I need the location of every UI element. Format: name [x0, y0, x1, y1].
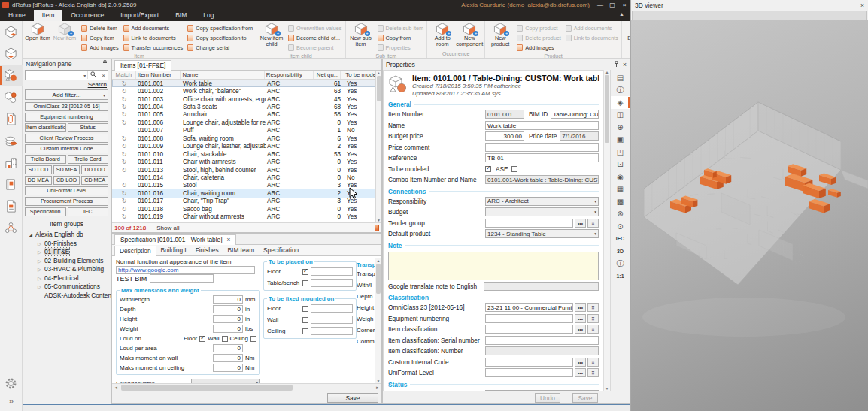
new-sub-item-button[interactable]: +New sub item	[348, 22, 375, 47]
add-documents-button[interactable]: Add documents	[122, 23, 185, 33]
minimize-button[interactable]: —	[594, 0, 606, 10]
omniclass-browse-button[interactable]: •••	[575, 303, 586, 312]
props-tab-ifc-icon[interactable]: IFC	[611, 233, 630, 246]
change-serial-button[interactable]: Change serial	[186, 43, 254, 53]
properties-pin-icon[interactable]	[614, 61, 619, 69]
spec-subtab-description[interactable]: Description	[114, 246, 156, 256]
sidebar-templates-icon[interactable]	[0, 195, 23, 217]
tree-item-adsk-autodesk-content[interactable]: ADSK-Autodesk Content	[29, 292, 111, 301]
item-row-0101.004[interactable]: ↻0101.004Sofa 3 seatsARC68Yes	[112, 103, 375, 110]
filter-ifc[interactable]: IFC	[68, 207, 109, 216]
item-row-0101.005[interactable]: ↻0101.005ArmchairARC58Yes	[112, 111, 375, 119]
custom-code-grid-button[interactable]: ⠿	[587, 358, 599, 367]
menu-tab-import-export[interactable]: Import/Export	[112, 10, 167, 21]
props-tab-views-icon[interactable]: ▤	[611, 71, 630, 84]
filter-trello-card[interactable]: Trello Card	[68, 155, 109, 164]
column-header-responsibility[interactable]: Responsibility	[265, 71, 314, 79]
maks-moment-on-wall-input[interactable]: 0	[213, 354, 243, 362]
note-textarea[interactable]	[388, 252, 599, 280]
sidebar-components-icon[interactable]	[0, 86, 23, 108]
props-tab-images-icon[interactable]: ▦	[611, 183, 630, 196]
tree-item-00-finishes[interactable]: ▷00-Finishes	[29, 240, 111, 249]
depth-input[interactable]: 0	[213, 305, 243, 313]
height-input[interactable]: 0	[213, 315, 243, 323]
table-bench-checkbox[interactable]	[302, 280, 308, 286]
column-header-name[interactable]: Name	[181, 71, 264, 79]
equipment-browse-button[interactable]: •••	[575, 314, 586, 323]
tree-item-04-electrical[interactable]: ▷04-Electrical	[29, 274, 111, 283]
items-table-header[interactable]: MatchItem NumberNameResponsibilityNet qu…	[112, 71, 375, 80]
filter-specification[interactable]: Specification	[25, 207, 66, 216]
add-filter-dropdown[interactable]: Add filter...▾	[25, 89, 108, 100]
item-row-0101.007[interactable]: 0101.007PuffARC1No	[112, 127, 375, 134]
properties-close-icon[interactable]: ×	[623, 61, 627, 68]
props-tab-item-icon[interactable]: ◈	[611, 96, 630, 109]
filter-dd-lod[interactable]: DD LOD	[81, 165, 108, 174]
filter-sd-lod[interactable]: SD LOD	[25, 165, 52, 174]
sidebar-finance-icon[interactable]	[0, 130, 23, 152]
sidebar-systems-icon[interactable]	[0, 217, 23, 239]
item-row-0101.003[interactable]: ↻0101.003Office chair with armrests, erg…	[112, 95, 375, 103]
become-child-of-button[interactable]: Become child of...	[287, 33, 343, 43]
ceiling-checkbox[interactable]	[302, 328, 308, 334]
filter-omniclass-23-2012-05-16[interactable]: OmniClass 23 [2012-05-16]	[25, 102, 108, 111]
filter-equipment-numbering[interactable]: Equipment numbering	[25, 113, 108, 122]
item-row-0101.014[interactable]: 0101.014Chair, cafeteriaARC0No	[112, 174, 375, 181]
uniformat-grid-button[interactable]: ⠿	[587, 368, 599, 377]
spec-subtab-bim-team[interactable]: BIM team	[223, 246, 259, 255]
new-component-button[interactable]: +New component	[456, 22, 483, 47]
close-specification-tab-icon[interactable]: ×	[226, 236, 230, 243]
tender-group-field[interactable]	[485, 219, 573, 228]
properties-save-button[interactable]: Save	[572, 393, 598, 403]
settings-gear-icon[interactable]	[0, 373, 23, 394]
tree-item-05-communications[interactable]: ▷05-Communications	[29, 283, 111, 292]
item-row-0101.017[interactable]: ↻0101.017Chair, "Trip Trap"ARC3Yes	[112, 198, 375, 205]
serial-number-field[interactable]	[485, 336, 599, 345]
spec-subtab-building-i[interactable]: Building I	[156, 246, 191, 255]
price-comment-field[interactable]	[485, 143, 599, 152]
to-be-modeled-checkbox[interactable]	[485, 166, 491, 172]
column-header-net-qu[interactable]: Net qu...	[314, 71, 341, 79]
3d-viewer-close-icon[interactable]: ×	[860, 2, 864, 9]
ase-checkbox[interactable]	[511, 166, 517, 172]
copy-item-button[interactable]: Copy item	[80, 33, 120, 43]
clear-search-icon[interactable]: ×	[99, 72, 108, 79]
floor-checkbox[interactable]	[302, 269, 308, 275]
add-images-button[interactable]: Add images	[80, 43, 120, 53]
collapse-ribbon-icon[interactable]: ▲	[613, 10, 630, 21]
item-row-0101.002[interactable]: ↻0101.002Work chair, "balance"ARC63Yes	[112, 87, 375, 95]
menu-tab-occurrence[interactable]: Occurrence	[62, 10, 112, 21]
menu-tab-item[interactable]: Item	[34, 10, 63, 21]
close-button[interactable]: ×	[618, 0, 630, 10]
tender-group-browse-button[interactable]: •••	[575, 219, 586, 228]
add-images-button[interactable]: Add images	[515, 43, 562, 53]
sidebar-buildings-icon[interactable]	[0, 152, 23, 174]
equipment-grid-button[interactable]: ⠿	[587, 314, 599, 323]
equipment-numbering-field[interactable]	[485, 314, 573, 323]
reference-field[interactable]: TB-01	[485, 153, 599, 162]
item-row-0101.015[interactable]: ↻0101.015StoolARC3Yes	[112, 182, 375, 189]
props-tab-move-icon[interactable]: ⊕	[611, 121, 630, 134]
3d-model-canvas[interactable]	[631, 20, 868, 411]
filter-custom-internal-code[interactable]: Custom Internal Code	[25, 144, 108, 153]
filter-active-icon[interactable]	[375, 225, 379, 231]
new-item-child-button[interactable]: +New item child	[258, 22, 285, 47]
item-row-0101.010[interactable]: ↻0101.010Chair, stackableARC53Yes	[112, 150, 375, 158]
tree-item-01-ff-e[interactable]: ▷01-FF&E	[29, 248, 111, 257]
filter-item-classification[interactable]: Item classification	[25, 123, 66, 132]
ceiling-field[interactable]	[311, 327, 353, 335]
filter-client-review-process[interactable]: Client Review Process	[25, 134, 108, 143]
uniformat-field[interactable]	[485, 368, 573, 377]
3d-viewer-toolbar[interactable]	[632, 11, 867, 20]
pin-icon[interactable]	[102, 60, 108, 68]
bim-id-field[interactable]: Table-Dining: CUSTOM	[551, 110, 599, 119]
omniclass-field[interactable]: 23-21 11 00 - Commercial Furniture	[485, 303, 573, 312]
spec-vertical-scrollbar[interactable]: ▲▼	[375, 258, 381, 383]
item-row-0101.019[interactable]: ↻0101.019Chair without armrestsARC0Yes	[112, 213, 375, 220]
props-tab-components-icon[interactable]: ◫	[611, 109, 630, 122]
search-link[interactable]: Search	[23, 80, 111, 89]
delete-item-button[interactable]: Delete item	[80, 23, 120, 33]
filter-sd-mea[interactable]: SD MEA	[53, 165, 80, 174]
responsibility-select[interactable]: ARC - Architect▾	[485, 197, 599, 206]
column-header-to-be-modeled[interactable]: To be modeled	[341, 71, 375, 79]
